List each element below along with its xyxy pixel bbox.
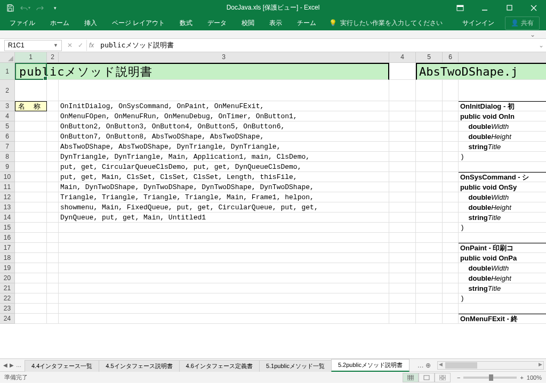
cell[interactable]: put, get, Main, ClsSet, ClsSet, ClsSet, …	[59, 172, 389, 182]
cell[interactable]	[416, 293, 443, 304]
tab-team[interactable]: チーム	[290, 15, 324, 30]
row-header[interactable]: 5	[0, 121, 15, 132]
cell[interactable]	[443, 283, 459, 293]
sheet-tab[interactable]: 5.1publicメソッド一覧	[259, 360, 332, 372]
cell[interactable]	[389, 192, 416, 202]
sheet-tab[interactable]: 5.2publicメソッド説明書	[331, 359, 410, 372]
maximize-button[interactable]	[497, 0, 521, 15]
cell[interactable]	[389, 152, 416, 162]
cell[interactable]: OnMenuFExit - 終	[459, 314, 546, 324]
cell[interactable]: public void OnIn	[459, 111, 546, 121]
zoom-in-button[interactable]: +	[520, 374, 523, 381]
cell[interactable]	[59, 304, 389, 314]
col-header[interactable]: 5	[416, 52, 443, 62]
horizontal-scrollbar[interactable]: ◀▶	[437, 361, 544, 370]
name-box[interactable]: R1C1 ▼	[4, 40, 62, 51]
cell[interactable]	[15, 192, 47, 202]
view-normal-button[interactable]	[403, 373, 419, 382]
row-header[interactable]: 15	[0, 223, 15, 233]
view-page-break-button[interactable]	[435, 373, 451, 382]
cell[interactable]	[459, 80, 546, 101]
cell[interactable]	[59, 233, 389, 243]
cell[interactable]	[15, 80, 47, 101]
cell[interactable]	[389, 172, 416, 182]
tell-me-search[interactable]: 💡 実行したい作業を入力してください	[329, 19, 443, 28]
cell[interactable]	[15, 132, 47, 142]
cell[interactable]	[389, 283, 416, 293]
cell[interactable]: OnButton7, OnButton8, AbsTwoDShape, AbsT…	[59, 132, 389, 142]
cell[interactable]	[47, 273, 59, 283]
cell[interactable]	[15, 111, 47, 121]
cell[interactable]	[15, 283, 47, 293]
save-button[interactable]	[3, 2, 17, 14]
ribbon-collapse-bar[interactable]: ⌄	[0, 30, 546, 39]
sheet-nav-prev-icon[interactable]: ◀	[3, 362, 7, 368]
undo-button[interactable]: ▾	[18, 2, 32, 14]
cell[interactable]	[416, 243, 443, 253]
cell[interactable]	[416, 233, 443, 243]
cell[interactable]: DynTriangle, DynTriangle, Main, Applicat…	[59, 152, 389, 162]
cell[interactable]	[15, 253, 47, 263]
cell[interactable]	[15, 263, 47, 273]
tab-home[interactable]: ホーム	[43, 15, 77, 30]
cell[interactable]	[389, 213, 416, 223]
cell[interactable]	[389, 263, 416, 273]
ribbon-options-button[interactable]	[448, 0, 472, 15]
cell[interactable]	[47, 213, 59, 223]
col-header[interactable]: 3	[59, 52, 389, 62]
row-header[interactable]: 14	[0, 213, 15, 223]
cell[interactable]	[443, 273, 459, 283]
cell[interactable]	[389, 202, 416, 213]
tab-insert[interactable]: 挿入	[77, 15, 105, 30]
cell[interactable]	[443, 243, 459, 253]
sheet-nav-more[interactable]: …	[16, 362, 21, 368]
scrollbar-thumb[interactable]	[445, 362, 477, 369]
cell[interactable]: OnPaint - 印刷コ	[459, 243, 546, 253]
cell[interactable]	[389, 223, 416, 233]
row-header[interactable]: 13	[0, 202, 15, 213]
col-header[interactable]	[459, 52, 546, 62]
sheet-tab[interactable]: 4.5インタフェース説明書	[99, 360, 179, 372]
cell[interactable]: DynQueue, put, get, Main, Untitled1	[59, 213, 389, 223]
row-header[interactable]: 3	[0, 101, 15, 111]
cell[interactable]	[47, 233, 59, 243]
cell[interactable]	[15, 152, 47, 162]
tab-review[interactable]: 校閲	[234, 15, 262, 30]
name-box-dropdown-icon[interactable]: ▼	[53, 43, 58, 48]
cell[interactable]	[443, 111, 459, 121]
expand-formula-bar[interactable]: ⌄	[536, 42, 546, 49]
cell[interactable]	[47, 111, 59, 121]
cell[interactable]	[47, 132, 59, 142]
cell[interactable]: Main, DynTwoDShape, DynTwoDShape, DynTwo…	[59, 182, 389, 192]
cell[interactable]: showmenu, Main, FixedQueue, put, get, Ci…	[59, 202, 389, 213]
cell[interactable]	[416, 283, 443, 293]
cell[interactable]: OnInitDialog, OnSysCommand, OnPaint, OnM…	[59, 101, 389, 111]
cell[interactable]	[443, 223, 459, 233]
cell[interactable]	[389, 101, 416, 111]
row-header[interactable]: 17	[0, 243, 15, 253]
cell[interactable]: put, get, CircularQueueClsDemo, put, get…	[59, 162, 389, 172]
cell[interactable]	[443, 263, 459, 273]
row-header[interactable]: 7	[0, 142, 15, 152]
cell[interactable]	[416, 314, 443, 324]
cell[interactable]	[416, 162, 443, 172]
cell[interactable]	[389, 111, 416, 121]
cell[interactable]	[59, 223, 389, 233]
zoom-out-button[interactable]: −	[457, 374, 460, 381]
row-header[interactable]: 22	[0, 293, 15, 304]
cell[interactable]	[15, 293, 47, 304]
cell[interactable]: )	[459, 223, 546, 233]
cell[interactable]	[389, 162, 416, 172]
cell[interactable]	[443, 192, 459, 202]
cell[interactable]	[443, 132, 459, 142]
cell[interactable]	[59, 293, 389, 304]
row-header[interactable]: 9	[0, 162, 15, 172]
cell[interactable]	[59, 314, 389, 324]
right-title-cell[interactable]: AbsTwoDShape.j	[416, 63, 546, 80]
cell[interactable]	[443, 152, 459, 162]
cell[interactable]: AbsTwoDShape, AbsTwoDShape, DynTriangle,…	[59, 142, 389, 152]
cell[interactable]	[47, 172, 59, 182]
cell[interactable]	[443, 304, 459, 314]
cell[interactable]	[389, 273, 416, 283]
row-header[interactable]: 10	[0, 172, 15, 182]
